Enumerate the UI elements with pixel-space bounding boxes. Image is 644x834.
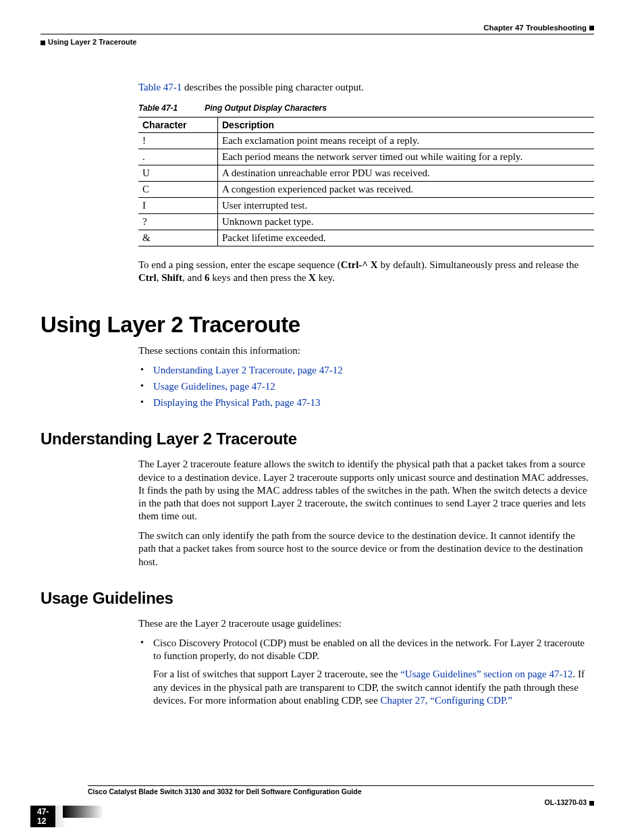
list-item: Displaying the Physical Path, page 47-13 [138, 396, 594, 409]
cell-char: & [138, 230, 218, 246]
table-header-description: Description [218, 118, 595, 133]
table-caption: Table 47-1Ping Output Display Characters [138, 103, 594, 113]
page-number-badge: 47-12 [30, 806, 55, 827]
link-displaying[interactable]: Displaying the Physical Path, page 47-13 [153, 397, 320, 408]
key-x: X [308, 272, 316, 283]
usage-list: Cisco Discovery Protocol (CDP) must be e… [138, 637, 594, 707]
list-item: Cisco Discovery Protocol (CDP) must be e… [138, 637, 594, 707]
cell-desc: User interrupted test. [218, 198, 595, 214]
footer-end-mark [589, 801, 594, 806]
header-section: Using Layer 2 Traceroute [48, 38, 136, 46]
cell-char: I [138, 198, 218, 214]
cell-desc: A congestion experienced packet was rece… [218, 182, 595, 198]
usage-sub-paragraph: For a list of switches that support Laye… [153, 668, 594, 707]
page-footer: Cisco Catalyst Blade Switch 3130 and 303… [30, 781, 594, 811]
usage-intro: These are the Layer 2 traceroute usage g… [138, 617, 594, 630]
intro-paragraph: Table 47-1 describes the possible ping c… [138, 81, 594, 94]
h1-using-layer2-traceroute: Using Layer 2 Traceroute [41, 312, 594, 338]
footer-doc-title: Cisco Catalyst Blade Switch 3130 and 303… [88, 787, 594, 796]
header-rule [41, 34, 594, 34]
list-item: Understanding Layer 2 Traceroute, page 4… [138, 364, 594, 377]
usage-bullet-1: Cisco Discovery Protocol (CDP) must be e… [153, 637, 585, 661]
table-row: .Each period means the network server ti… [138, 149, 594, 165]
table-row: IUser interrupted test. [138, 198, 594, 214]
t: keys and then press the [209, 272, 308, 283]
page-badge-fade [63, 806, 103, 818]
section-links-list: Understanding Layer 2 Traceroute, page 4… [138, 364, 594, 410]
h1-intro: These sections contain this information: [138, 344, 594, 357]
end-ping-paragraph: To end a ping session, enter the escape … [138, 259, 594, 284]
cell-desc: Each exclamation point means receipt of … [218, 133, 595, 149]
t: For a list of switches that support Laye… [153, 669, 400, 679]
page-content: Table 47-1 describes the possible ping c… [41, 81, 594, 710]
header-end-mark [589, 26, 594, 30]
cell-char: C [138, 182, 218, 198]
table-row: ?Unknown packet type. [138, 214, 594, 230]
table-header-character: Character [138, 118, 218, 133]
table-row: &Packet lifetime exceeded. [138, 230, 594, 246]
link-chapter-27[interactable]: Chapter 27, “Configuring CDP.” [381, 695, 512, 706]
link-understanding[interactable]: Understanding Layer 2 Traceroute, page 4… [153, 365, 343, 375]
link-usage[interactable]: Usage Guidelines, page 47-12 [153, 381, 275, 392]
table-row: !Each exclamation point means receipt of… [138, 133, 594, 149]
ping-output-table: Character Description !Each exclamation … [138, 117, 594, 246]
link-usage-guidelines-ref[interactable]: “Usage Guidelines” section on page 47-12 [400, 669, 572, 679]
cell-desc: Unknown packet type. [218, 214, 595, 230]
cell-char: ! [138, 133, 218, 149]
understanding-p2: The switch can only identify the path fr… [138, 529, 594, 569]
list-item: Usage Guidelines, page 47-12 [138, 380, 594, 393]
t: key. [316, 272, 335, 283]
header-chapter: Chapter 47 Troubleshooting [483, 24, 587, 32]
page-header: Chapter 47 Troubleshooting Using Layer 2… [41, 24, 594, 46]
understanding-p1: The Layer 2 traceroute feature allows th… [138, 458, 594, 523]
h2-usage-guidelines: Usage Guidelines [41, 589, 594, 608]
cell-char: . [138, 149, 218, 165]
cell-char: ? [138, 214, 218, 230]
key-ctrl: Ctrl [138, 272, 157, 283]
h2-understanding: Understanding Layer 2 Traceroute [41, 429, 594, 448]
key-shift: Shift [161, 272, 182, 283]
table-row: UA destination unreachable error PDU was… [138, 165, 594, 182]
t: by default). Simultaneously press and re… [378, 259, 579, 270]
table-row: CA congestion experienced packet was rec… [138, 182, 594, 198]
table-header-row: Character Description [138, 118, 594, 133]
intro-text: describes the possible ping character ou… [182, 82, 364, 93]
cell-desc: A destination unreachable error PDU was … [218, 165, 595, 182]
footer-doc-id: OL-13270-03 [545, 798, 587, 806]
cell-desc: Packet lifetime exceeded. [218, 230, 595, 246]
intro-table-ref[interactable]: Table 47-1 [138, 82, 182, 93]
footer-rule [88, 785, 594, 786]
cell-char: U [138, 165, 218, 182]
cell-desc: Each period means the network server tim… [218, 149, 595, 165]
t: , and [182, 272, 205, 283]
t: To end a ping session, enter the escape … [138, 259, 341, 270]
key-ctrlx: Ctrl-^ X [341, 259, 378, 270]
header-start-mark [41, 41, 45, 45]
table-caption-num: Table 47-1 [138, 103, 178, 113]
table-caption-title: Ping Output Display Characters [205, 103, 327, 113]
